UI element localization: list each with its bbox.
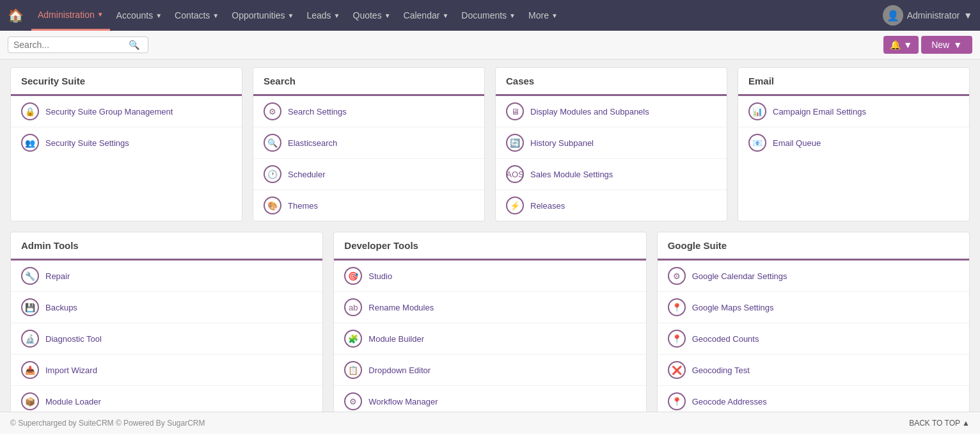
user-caret: ▼ xyxy=(963,10,972,20)
nav-item-calendar[interactable]: Calendar ▼ xyxy=(397,0,455,31)
list-item[interactable]: 📍Geocoded Counts xyxy=(658,323,969,355)
back-to-top-button[interactable]: BACK TO TOP ▲ xyxy=(909,419,970,428)
home-icon[interactable]: 🏠 xyxy=(8,8,24,23)
item-icon: 📊 xyxy=(748,102,766,120)
administration-caret: ▼ xyxy=(97,11,104,18)
footer: © Supercharged by SuiteCRM © Powered By … xyxy=(0,412,980,434)
nav-item-quotes[interactable]: Quotes ▼ xyxy=(347,0,397,31)
documents-caret: ▼ xyxy=(509,12,516,19)
list-item[interactable]: 🔍Elasticsearch xyxy=(253,127,484,159)
list-item[interactable]: 📧Email Queue xyxy=(738,127,969,158)
item-label: Campaign Email Settings xyxy=(773,107,866,117)
leads-caret: ▼ xyxy=(334,12,340,19)
item-label: Geocoding Test xyxy=(692,366,750,375)
item-icon: ab xyxy=(344,298,362,316)
nav-item-opportunities[interactable]: Opportunities ▼ xyxy=(225,0,300,31)
main-content: Security Suite🔒Security Suite Group Mana… xyxy=(0,60,980,434)
bell-caret: ▼ xyxy=(903,40,912,50)
list-item[interactable]: 📊Campaign Email Settings xyxy=(738,96,969,127)
nav-item-more[interactable]: More ▼ xyxy=(522,0,564,31)
list-item[interactable]: 📥Import Wizard xyxy=(11,355,322,386)
top-right-buttons: 🔔 ▼ New ▼ xyxy=(883,36,972,54)
nav-item-contacts[interactable]: Contacts ▼ xyxy=(168,0,225,31)
item-label: Geocoded Counts xyxy=(692,334,759,344)
card-admin-tools: Admin Tools🔧Repair💾Backups🔬Diagnostic To… xyxy=(10,232,323,434)
item-label: Google Calendar Settings xyxy=(692,271,787,281)
item-label: Import Wizard xyxy=(45,366,97,375)
card-title: Admin Tools xyxy=(11,232,322,261)
item-label: Sales Module Settings xyxy=(530,170,613,179)
list-item[interactable]: abRename Modules xyxy=(334,292,645,323)
item-label: Module Builder xyxy=(368,334,424,344)
item-label: History Subpanel xyxy=(530,138,594,148)
item-label: Security Suite Group Management xyxy=(45,107,173,117)
list-item[interactable]: 🔧Repair xyxy=(11,261,322,292)
item-label: Email Queue xyxy=(773,138,821,148)
cards-row-2: Admin Tools🔧Repair💾Backups🔬Diagnostic To… xyxy=(10,232,970,434)
item-icon: 📥 xyxy=(21,361,39,379)
list-item[interactable]: ⚙Google Calendar Settings xyxy=(658,261,969,292)
opportunities-caret: ▼ xyxy=(288,12,294,19)
nav-item-administration[interactable]: Administration ▼ xyxy=(31,0,110,31)
nav-item-leads[interactable]: Leads ▼ xyxy=(300,0,346,31)
item-label: Studio xyxy=(368,271,392,281)
item-icon: ❌ xyxy=(668,361,686,379)
item-label: Themes xyxy=(288,201,318,211)
bell-button[interactable]: 🔔 ▼ xyxy=(883,36,919,54)
item-icon: AOS xyxy=(506,165,524,183)
list-item[interactable]: 📍Google Maps Settings xyxy=(658,292,969,323)
list-item[interactable]: 🔒Security Suite Group Management xyxy=(11,96,242,127)
item-icon: 🔒 xyxy=(21,102,39,120)
item-label: Diagnostic Tool xyxy=(45,334,102,344)
cards-row-1: Security Suite🔒Security Suite Group Mana… xyxy=(10,67,970,221)
item-label: Rename Modules xyxy=(368,303,434,312)
footer-left: © Supercharged by SuiteCRM © Powered By … xyxy=(10,419,205,428)
card-email: Email📊Campaign Email Settings📧Email Queu… xyxy=(738,67,970,221)
list-item[interactable]: 🖥Display Modules and Subpanels xyxy=(496,96,727,127)
item-label: Module Loader xyxy=(45,397,101,406)
nav-right: 👤 Administrator ▼ xyxy=(883,5,972,26)
nav-item-accounts[interactable]: Accounts ▼ xyxy=(110,0,169,31)
item-icon: 🔄 xyxy=(506,134,524,152)
item-icon: 🎨 xyxy=(264,197,281,214)
list-item[interactable]: 🔬Diagnostic Tool xyxy=(11,323,322,355)
item-label: Backups xyxy=(45,303,77,312)
avatar: 👤 xyxy=(883,5,903,26)
list-item[interactable]: 🧩Module Builder xyxy=(334,323,645,355)
card-developer-tools: Developer Tools🎯StudioabRename Modules🧩M… xyxy=(333,232,646,434)
user-menu[interactable]: 👤 Administrator ▼ xyxy=(883,5,972,26)
item-icon: ⚙ xyxy=(264,102,281,120)
card-google-suite: Google Suite⚙Google Calendar Settings📍Go… xyxy=(657,232,970,434)
top-navigation: 🏠 Administration ▼ Accounts ▼ Contacts ▼… xyxy=(0,0,980,31)
list-item[interactable]: 🕐Scheduler xyxy=(253,159,484,190)
list-item[interactable]: 🎯Studio xyxy=(334,261,645,292)
item-label: Display Modules and Subpanels xyxy=(530,107,649,117)
nav-item-documents[interactable]: Documents ▼ xyxy=(455,0,522,31)
card-title: Cases xyxy=(496,68,727,96)
item-icon: 🔍 xyxy=(264,134,281,152)
list-item[interactable]: 🔄History Subpanel xyxy=(496,127,727,159)
item-label: Elasticsearch xyxy=(288,138,337,148)
new-button[interactable]: New ▼ xyxy=(921,36,972,54)
list-item[interactable]: ⚙Search Settings xyxy=(253,96,484,127)
item-icon: 📍 xyxy=(668,330,686,348)
list-item[interactable]: 📋Dropdown Editor xyxy=(334,355,645,386)
list-item[interactable]: ⚡Releases xyxy=(496,190,727,221)
search-input[interactable] xyxy=(13,40,129,50)
item-label: Repair xyxy=(45,271,70,281)
card-search: Search⚙Search Settings🔍Elasticsearch🕐Sch… xyxy=(253,67,485,221)
list-item[interactable]: AOSSales Module Settings xyxy=(496,159,727,190)
item-icon: 📍 xyxy=(668,392,686,410)
list-item[interactable]: 💾Backups xyxy=(11,292,322,323)
accounts-caret: ▼ xyxy=(155,12,162,19)
list-item[interactable]: ❌Geocoding Test xyxy=(658,355,969,386)
item-label: Security Suite Settings xyxy=(45,138,129,148)
list-item[interactable]: 👥Security Suite Settings xyxy=(11,127,242,158)
bell-icon: 🔔 xyxy=(890,40,901,50)
item-icon: 🖥 xyxy=(506,102,524,120)
card-title: Developer Tools xyxy=(334,232,645,261)
item-icon: 💾 xyxy=(21,298,39,316)
list-item[interactable]: 🎨Themes xyxy=(253,190,484,221)
item-icon: ⚙ xyxy=(344,392,362,410)
item-icon: 🔬 xyxy=(21,330,39,348)
